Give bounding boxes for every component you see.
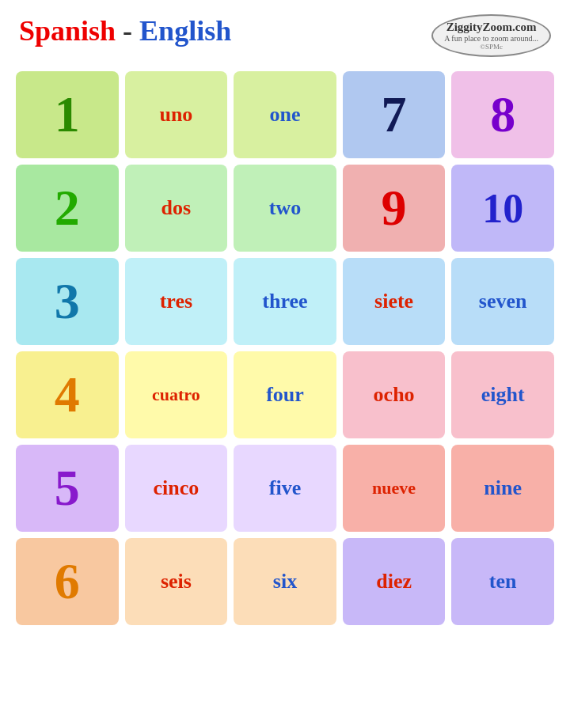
- title-english: English: [139, 15, 231, 47]
- english-10: ten: [451, 538, 554, 625]
- numeral-10: 10: [451, 165, 554, 252]
- numeral-5: 5: [16, 445, 119, 532]
- english-2: two: [234, 165, 336, 252]
- spanish-5: cinco: [125, 445, 228, 532]
- page-title: Spanish - English: [19, 14, 231, 47]
- logo-copy: ©SPMc: [444, 43, 538, 51]
- spanish-10: diez: [343, 538, 446, 625]
- spanish-8: ocho: [343, 351, 446, 438]
- spanish-1: uno: [125, 71, 228, 158]
- english-7: seven: [451, 258, 554, 345]
- numeral-9: 9: [343, 165, 446, 252]
- spanish-7: siete: [343, 258, 446, 345]
- spanish-2: dos: [125, 165, 228, 252]
- title-spanish: Spanish: [19, 15, 116, 47]
- spanish-9: nueve: [343, 445, 446, 532]
- numeral-2: 2: [16, 165, 119, 252]
- numeral-3: 3: [16, 258, 119, 345]
- numeral-6: 6: [16, 538, 119, 625]
- spanish-6: seis: [125, 538, 228, 625]
- english-4: four: [234, 351, 336, 438]
- page-header: Spanish - English ZiggityZoom.com A fun …: [0, 0, 570, 65]
- english-1: one: [234, 71, 336, 158]
- title-dash: -: [116, 15, 139, 47]
- english-5: five: [234, 445, 336, 532]
- numeral-4: 4: [16, 351, 119, 438]
- logo-main: ZiggityZoom.com: [444, 21, 538, 34]
- logo-sub: A fun place to zoom around...: [444, 34, 538, 43]
- spanish-3: tres: [125, 258, 228, 345]
- numeral-1: 1: [16, 71, 119, 158]
- logo: ZiggityZoom.com A fun place to zoom arou…: [431, 14, 551, 57]
- english-6: six: [234, 538, 336, 625]
- english-3: three: [234, 258, 336, 345]
- english-8: eight: [451, 351, 554, 438]
- numeral-8: 8: [451, 71, 554, 158]
- number-grid: 1 uno one 7 8 2 dos two 9 10 3 tres thre…: [0, 65, 570, 633]
- english-9: nine: [451, 445, 554, 532]
- spanish-4: cuatro: [125, 351, 228, 438]
- numeral-7: 7: [343, 71, 446, 158]
